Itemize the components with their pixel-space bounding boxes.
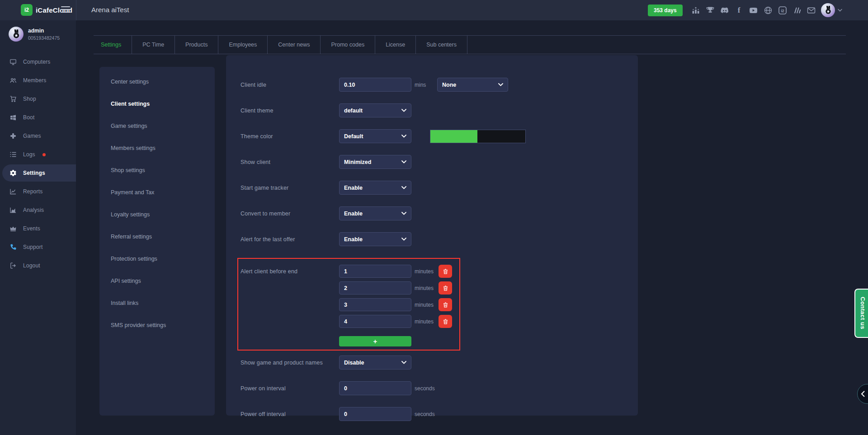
- unit-label: minutes: [415, 318, 435, 325]
- settings-nav-shop-settings[interactable]: Shop settings: [99, 159, 215, 181]
- alert-before-end-highlight-box: Alert client before end minutes minutes …: [237, 258, 460, 351]
- sidebar-item-events[interactable]: Events: [0, 221, 76, 236]
- field-label: Client idle: [241, 82, 339, 88]
- sidebar-item-boot[interactable]: Boot: [0, 110, 76, 125]
- alert-before-end-rows: minutes minutes minutes minutes +: [339, 265, 452, 346]
- settings-nav-protection-settings[interactable]: Protection settings: [99, 248, 215, 270]
- start-game-tracker-select[interactable]: Enable: [339, 181, 411, 195]
- theme-color-select[interactable]: Default: [339, 129, 411, 143]
- user-menu[interactable]: [821, 3, 842, 17]
- tab-center-news[interactable]: Center news: [268, 36, 321, 54]
- client-theme-select[interactable]: default: [339, 103, 411, 117]
- settings-nav-sms-provider-settings[interactable]: SMS provider settings: [99, 314, 215, 336]
- tab-sub-centers[interactable]: Sub centers: [416, 36, 467, 54]
- chevron-down-icon: [401, 361, 406, 364]
- license-days-badge[interactable]: 353 days: [648, 5, 683, 16]
- alert-minutes-input-1[interactable]: [339, 265, 411, 278]
- add-alert-minute-button[interactable]: +: [339, 336, 411, 346]
- settings-nav-loyalty-settings[interactable]: Loyalty settings: [99, 203, 215, 225]
- sidebar-toggle-hamburger-icon[interactable]: [61, 6, 70, 14]
- tab-products[interactable]: Products: [175, 36, 218, 54]
- alert-last-offer-select[interactable]: Enable: [339, 232, 411, 246]
- sidebar-user-block: admin 005193482475: [0, 20, 76, 46]
- sidebar-item-label: Support: [23, 244, 42, 250]
- field-label: Alert for the last offer: [241, 236, 339, 243]
- settings-nav-payment-and-tax[interactable]: Payment and Tax: [99, 181, 215, 203]
- settings-nav-install-links[interactable]: Install links: [99, 292, 215, 314]
- sidebar-item-logout[interactable]: Logout: [0, 258, 76, 273]
- convert-to-member-select[interactable]: Enable: [339, 206, 411, 220]
- logout-icon: [9, 262, 17, 269]
- sidebar-nav: Computers Members Shop Boot Games Logs S…: [0, 54, 76, 273]
- sidebar-item-label: Analysis: [23, 207, 44, 213]
- chevron-down-icon: [401, 212, 406, 215]
- logs-list-icon: [9, 151, 17, 158]
- delete-alert-button-4[interactable]: [439, 315, 452, 328]
- tab-employees[interactable]: Employees: [218, 36, 268, 54]
- settings-nav-center-settings[interactable]: Center settings: [99, 70, 215, 93]
- delete-alert-button-1[interactable]: [439, 265, 452, 278]
- windows-boot-icon: [9, 114, 17, 121]
- delete-alert-button-2[interactable]: [439, 281, 452, 295]
- tab-license[interactable]: License: [375, 36, 416, 54]
- theme-color-preview: [430, 130, 526, 143]
- sidebar-item-settings[interactable]: Settings: [2, 164, 76, 182]
- tab-settings[interactable]: Settings: [94, 36, 132, 54]
- sidebar-item-support[interactable]: Support: [0, 239, 76, 255]
- globe-icon[interactable]: [763, 5, 773, 15]
- select-value: Default: [344, 133, 363, 140]
- layers-icon[interactable]: [792, 5, 802, 15]
- theme-color-row: Theme color Default: [241, 129, 638, 143]
- collapse-panel-button[interactable]: [857, 384, 868, 404]
- mail-icon[interactable]: [807, 5, 816, 15]
- settings-nav-game-settings[interactable]: Game settings: [99, 115, 215, 137]
- alert-minutes-input-2[interactable]: [339, 281, 411, 295]
- contact-us-tab[interactable]: Contact us: [854, 289, 868, 338]
- user-avatar: [821, 3, 835, 17]
- sidebar-item-shop[interactable]: Shop: [0, 91, 76, 107]
- sidebar-item-reports[interactable]: Reports: [0, 184, 76, 199]
- client-theme-row: Client theme default: [241, 103, 638, 117]
- settings-nav-api-settings[interactable]: API settings: [99, 270, 215, 292]
- sidebar-item-members[interactable]: Members: [0, 73, 76, 88]
- user-name: admin: [28, 28, 60, 34]
- client-idle-action-select[interactable]: None: [437, 78, 508, 92]
- field-label: Convert to member: [241, 210, 339, 217]
- youtube-icon[interactable]: [749, 5, 758, 15]
- sidebar-item-computers[interactable]: Computers: [0, 54, 76, 70]
- convert-to-member-row: Convert to member Enable: [241, 206, 638, 220]
- power-off-interval-input[interactable]: [339, 407, 411, 421]
- icafecloud-logo-icon: i2: [21, 4, 33, 16]
- user-id: 005193482475: [28, 35, 60, 41]
- alert-minutes-input-3[interactable]: [339, 298, 411, 311]
- delete-alert-button-3[interactable]: [439, 298, 452, 311]
- sidebar-item-label: Computers: [23, 59, 51, 65]
- unit-label: mins: [415, 82, 435, 88]
- chevron-down-icon: [401, 135, 406, 138]
- settings-nav-client-settings[interactable]: Client settings: [99, 93, 215, 115]
- show-names-select[interactable]: Disable: [339, 355, 411, 370]
- client-idle-input[interactable]: [339, 78, 411, 92]
- unit-label: seconds: [415, 411, 435, 417]
- alert-minutes-input-4[interactable]: [339, 315, 411, 328]
- chevron-down-icon: [401, 186, 406, 189]
- facebook-icon[interactable]: f: [734, 5, 744, 15]
- ranking-icon[interactable]: [691, 5, 700, 15]
- tab-pc-time[interactable]: PC Time: [132, 36, 175, 54]
- sidebar-item-analysis[interactable]: Analysis: [0, 202, 76, 218]
- sidebar-item-games[interactable]: Games: [0, 128, 76, 144]
- sidebar-item-label: Logs: [23, 151, 35, 158]
- show-names-row: Show game and product names Disable: [241, 355, 638, 370]
- unit-label: minutes: [415, 285, 435, 291]
- unit-label: seconds: [415, 385, 435, 392]
- tab-promo-codes[interactable]: Promo codes: [321, 36, 375, 54]
- sidebar-item-logs[interactable]: Logs: [0, 147, 76, 162]
- power-on-interval-input[interactable]: [339, 381, 411, 395]
- sidebar-item-label: Settings: [23, 170, 45, 176]
- show-client-select[interactable]: Minimized: [339, 155, 411, 169]
- settings-nav-members-settings[interactable]: Members settings: [99, 137, 215, 159]
- discord-icon[interactable]: [720, 5, 729, 15]
- settings-nav-referral-settings[interactable]: Referral settings: [99, 225, 215, 248]
- trophy-icon[interactable]: [705, 5, 715, 15]
- icafecloud-app-icon[interactable]: i2: [778, 5, 787, 15]
